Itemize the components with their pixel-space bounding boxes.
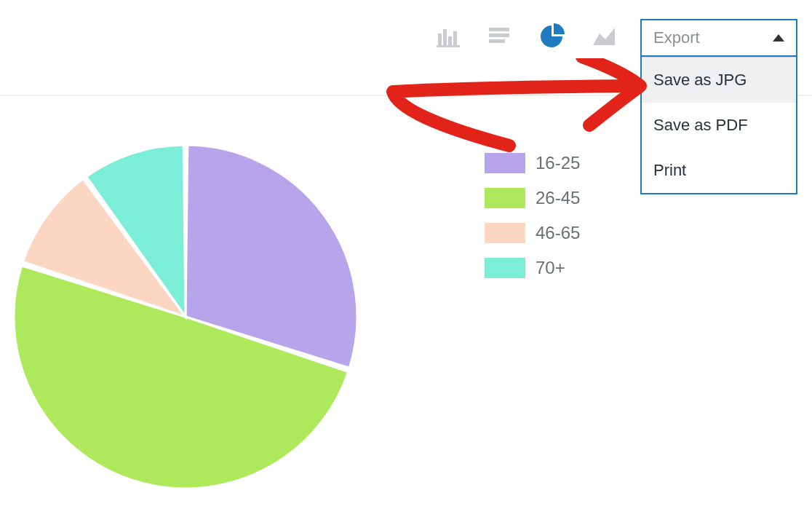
- chart-type-bar[interactable]: [431, 22, 463, 54]
- export-menu: Save as JPG Save as PDF Print: [640, 57, 797, 194]
- export-save-jpg[interactable]: Save as JPG: [642, 58, 796, 103]
- legend-label: 26-45: [536, 188, 580, 208]
- legend-item: 16-25: [485, 153, 580, 173]
- svg-rect-6: [489, 33, 509, 37]
- bar-chart-icon: [434, 23, 460, 52]
- svg-rect-2: [443, 29, 447, 45]
- legend-swatch: [485, 223, 525, 243]
- legend-swatch: [485, 153, 525, 173]
- pie-chart-icon: [538, 23, 565, 52]
- export-item-label: Save as PDF: [653, 116, 748, 135]
- export-save-pdf[interactable]: Save as PDF: [642, 103, 796, 148]
- chart-type-list[interactable]: [483, 22, 515, 54]
- legend-label: 70+: [536, 258, 565, 278]
- pie-chart: [12, 143, 359, 491]
- export-item-label: Save as JPG: [653, 71, 747, 90]
- svg-rect-0: [437, 45, 460, 47]
- svg-rect-7: [489, 39, 505, 43]
- legend-swatch: [485, 258, 525, 278]
- export-button-label: Export: [653, 28, 700, 47]
- legend-item: 46-65: [485, 223, 580, 243]
- legend-label: 46-65: [536, 223, 580, 243]
- legend-item: 70+: [485, 258, 580, 278]
- svg-marker-8: [593, 28, 615, 45]
- svg-rect-3: [448, 36, 452, 45]
- export-dropdown: Export Save as JPG Save as PDF Print: [640, 19, 797, 57]
- chart-legend: 16-25 26-45 46-65 70+: [485, 153, 580, 278]
- svg-rect-5: [489, 28, 509, 31]
- svg-rect-1: [438, 33, 442, 45]
- chart-type-pie[interactable]: [536, 22, 568, 54]
- legend-swatch: [485, 188, 525, 208]
- list-icon: [486, 23, 512, 52]
- legend-label: 16-25: [536, 153, 580, 173]
- chart-toolbar: Export Save as JPG Save as PDF Print: [0, 16, 812, 60]
- svg-rect-4: [453, 31, 457, 45]
- export-item-label: Print: [653, 161, 686, 180]
- caret-up-icon: [773, 34, 784, 42]
- legend-item: 26-45: [485, 188, 580, 208]
- export-button[interactable]: Export: [640, 19, 797, 57]
- area-chart-icon: [591, 23, 617, 52]
- export-print[interactable]: Print: [642, 148, 796, 193]
- chart-type-area[interactable]: [588, 22, 620, 54]
